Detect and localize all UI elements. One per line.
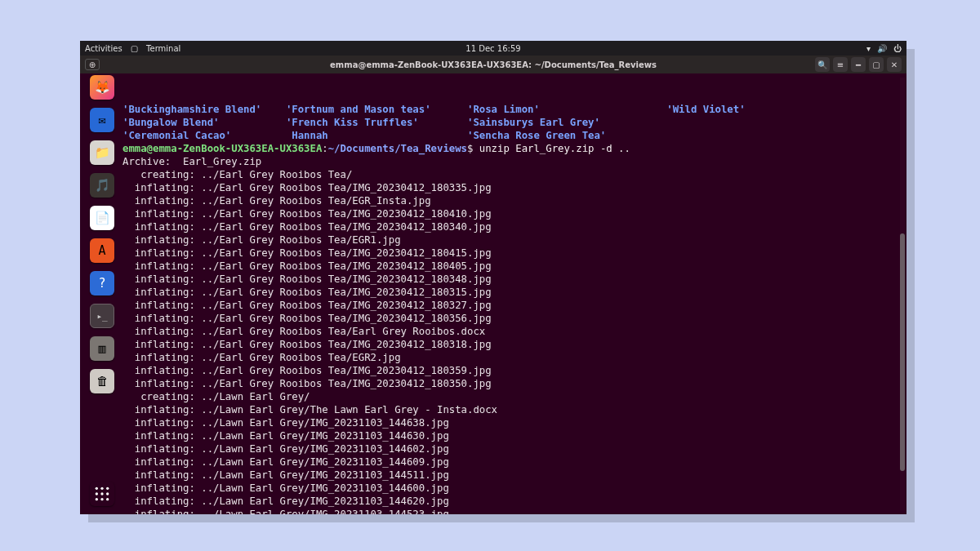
output-line: inflating: ../Earl Grey Rooibos Tea/EGR1…: [122, 233, 902, 247]
output-line: inflating: ../Lawn Earl Grey/IMG_2023110…: [122, 508, 902, 514]
svg-point-0: [96, 487, 98, 490]
output-line: creating: ../Lawn Earl Grey/: [122, 390, 902, 403]
dock: 🦊 ✉ 📁 🎵 📄 A ? ▸_ ▥ 🗑: [88, 75, 116, 506]
terminal-dock-icon[interactable]: ▸_: [90, 304, 114, 328]
output-line: Archive: Earl_Grey.zip: [122, 155, 902, 168]
output-line: inflating: ../Earl Grey Rooibos Tea/IMG_…: [122, 273, 902, 286]
svg-point-5: [106, 492, 109, 495]
output-line: inflating: ../Lawn Earl Grey/IMG_2023110…: [122, 469, 902, 482]
svg-point-4: [100, 492, 103, 495]
ubuntu-software-icon[interactable]: A: [90, 238, 114, 263]
thunderbird-icon[interactable]: ✉: [90, 108, 114, 132]
output-line: inflating: ../Earl Grey Rooibos Tea/EGR_…: [122, 194, 902, 207]
help-icon[interactable]: ?: [90, 271, 114, 295]
show-apps-icon[interactable]: [90, 482, 114, 506]
scrollbar-thumb[interactable]: [900, 233, 905, 472]
terminal-icon: ▢: [131, 44, 138, 53]
output-line: inflating: ../Earl Grey Rooibos Tea/IMG_…: [122, 247, 902, 260]
svg-point-7: [100, 498, 103, 500]
disk-icon[interactable]: ▥: [90, 336, 114, 361]
output-line: inflating: ../Earl Grey Rooibos Tea/IMG_…: [122, 181, 902, 194]
output-line: inflating: ../Earl Grey Rooibos Tea/IMG_…: [122, 260, 902, 273]
output-line: inflating: ../Earl Grey Rooibos Tea/IMG_…: [122, 312, 902, 325]
app-menu[interactable]: Terminal: [146, 44, 180, 53]
wifi-icon[interactable]: ▾: [866, 44, 871, 53]
ls-row: 'Buckinghamshire Blend' 'Fortnum and Mas…: [122, 103, 902, 116]
window-title: emma@emma-ZenBook-UX363EA-UX363EA: ~/Doc…: [80, 60, 906, 69]
output-line: inflating: ../Earl Grey Rooibos Tea/IMG_…: [122, 286, 902, 299]
svg-point-8: [106, 498, 109, 500]
command-text: unzip Earl_Grey.zip -d ..: [479, 143, 630, 154]
output-line: inflating: ../Earl Grey Rooibos Tea/EGR2…: [122, 351, 902, 364]
trash-icon[interactable]: 🗑: [90, 369, 114, 393]
svg-point-1: [100, 487, 103, 490]
svg-point-2: [106, 487, 109, 490]
output-line: inflating: ../Earl Grey Rooibos Tea/IMG_…: [122, 207, 902, 220]
output-line: inflating: ../Lawn Earl Grey/IMG_2023110…: [122, 482, 902, 495]
ls-row: 'Bungalow Blend' 'French Kiss Truffles' …: [122, 116, 902, 129]
rhythmbox-icon[interactable]: 🎵: [90, 173, 114, 198]
window-titlebar[interactable]: ⊕ emma@emma-ZenBook-UX363EA-UX363EA: ~/D…: [80, 56, 906, 73]
prompt-line: emma@emma-ZenBook-UX363EA-UX363EA:~/Docu…: [122, 142, 902, 155]
output-line: inflating: ../Earl Grey Rooibos Tea/IMG_…: [122, 377, 902, 390]
output-line: inflating: ../Lawn Earl Grey/IMG_2023110…: [122, 455, 902, 469]
output-line: inflating: ../Lawn Earl Grey/IMG_2023110…: [122, 495, 902, 508]
ls-row: 'Ceremonial Cacao' Hannah 'Sencha Rose G…: [122, 129, 902, 142]
gnome-topbar: Activities ▢ Terminal 11 Dec 16:59 ▾ 🔊 ⏻: [80, 41, 906, 56]
output-line: inflating: ../Earl Grey Rooibos Tea/IMG_…: [122, 299, 902, 312]
output-line: inflating: ../Earl Grey Rooibos Tea/Earl…: [122, 325, 902, 338]
power-icon[interactable]: ⏻: [893, 44, 902, 53]
output-line: inflating: ../Lawn Earl Grey/The Lawn Ea…: [122, 403, 902, 416]
output-line: inflating: ../Lawn Earl Grey/IMG_2023110…: [122, 416, 902, 429]
volume-icon[interactable]: 🔊: [877, 44, 887, 53]
clock[interactable]: 11 Dec 16:59: [80, 44, 906, 53]
svg-point-3: [96, 492, 98, 495]
libreoffice-writer-icon[interactable]: 📄: [90, 206, 114, 230]
output-line: inflating: ../Lawn Earl Grey/IMG_2023110…: [122, 429, 902, 442]
files-icon[interactable]: 📁: [90, 140, 114, 165]
output-line: inflating: ../Earl Grey Rooibos Tea/IMG_…: [122, 338, 902, 351]
svg-point-6: [96, 498, 98, 500]
output-line: inflating: ../Lawn Earl Grey/IMG_2023110…: [122, 442, 902, 455]
output-line: inflating: ../Earl Grey Rooibos Tea/IMG_…: [122, 220, 902, 233]
output-line: creating: ../Earl Grey Rooibos Tea/: [122, 168, 902, 181]
firefox-icon[interactable]: 🦊: [90, 75, 114, 100]
output-line: inflating: ../Earl Grey Rooibos Tea/IMG_…: [122, 364, 902, 377]
terminal-viewport[interactable]: 'Buckinghamshire Blend' 'Fortnum and Mas…: [80, 73, 906, 514]
activities-button[interactable]: Activities: [85, 44, 122, 53]
scrollbar[interactable]: [900, 78, 905, 510]
